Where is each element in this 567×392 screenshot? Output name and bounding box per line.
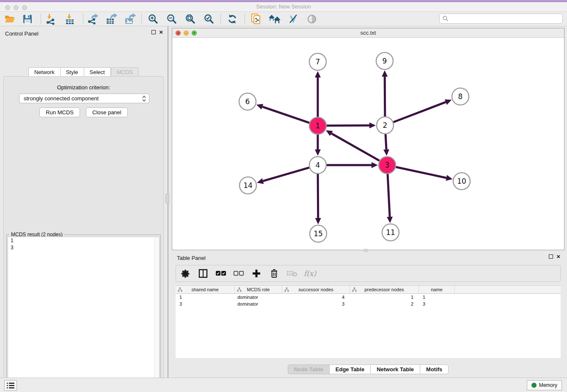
result-scrollbar[interactable] [154, 237, 159, 392]
maximize-window-icon[interactable] [22, 5, 27, 10]
table-row[interactable]: 1 dominator 4 1 1 [176, 294, 561, 301]
tab-mcds[interactable]: MCDS [111, 67, 139, 77]
graph-edge-4-14[interactable] [263, 168, 309, 181]
network-canvas[interactable]: 7968124314101511 [172, 38, 564, 250]
graph-edge-3-11[interactable] [388, 174, 390, 217]
cell-shared-name[interactable]: 3 [176, 301, 235, 306]
close-panel-button[interactable]: Close panel [86, 108, 128, 117]
cell-shared-name[interactable]: 1 [176, 295, 235, 300]
graph-node-label-10: 10 [457, 177, 466, 185]
search-field[interactable] [439, 14, 563, 24]
function-builder-icon[interactable]: f(x) [304, 269, 316, 278]
graph-edge-arrow-4-15 [315, 218, 321, 224]
run-mcds-button[interactable]: Run MCDS [39, 108, 80, 117]
zoom-fit-icon[interactable] [184, 13, 197, 25]
column-header-name[interactable]: name [419, 286, 455, 293]
graph-edge-3-1[interactable] [331, 133, 380, 160]
table-settings-gear-icon[interactable] [179, 268, 191, 279]
graph-edge-4-15[interactable] [318, 174, 318, 218]
cell-predecessor-nodes[interactable]: 1 [350, 295, 419, 300]
network-graph[interactable]: 7968124314101511 [172, 38, 564, 250]
criterion-select[interactable]: strongly connected component [19, 94, 149, 103]
tab-select[interactable]: Select [84, 67, 111, 77]
toolbar-separator [41, 14, 41, 24]
save-session-icon[interactable] [21, 13, 34, 25]
cell-name[interactable]: 3 [419, 301, 455, 306]
deselect-all-icon[interactable] [233, 268, 245, 279]
mcds-result-item[interactable]: 1 [8, 237, 159, 244]
vertical-splitter-handle[interactable] [165, 194, 169, 203]
control-panel: Control Panel × Network Style Select MCD… [0, 26, 167, 378]
cell-successor-nodes[interactable]: 4 [282, 295, 350, 300]
add-column-icon[interactable] [250, 268, 262, 279]
export-table-icon[interactable] [105, 13, 118, 25]
graph-edge-2-9[interactable] [385, 77, 385, 116]
memory-button[interactable]: Memory [527, 380, 562, 390]
float-table-panel-icon[interactable] [549, 254, 553, 259]
hide-graphics-icon[interactable] [287, 13, 300, 25]
column-header-mcds-role[interactable]: MCDS role [235, 286, 282, 293]
import-table-icon[interactable] [63, 13, 76, 25]
import-network-icon[interactable] [44, 13, 57, 25]
network-close-icon[interactable]: x [176, 30, 181, 36]
cell-name[interactable]: 1 [419, 295, 455, 300]
search-input[interactable] [449, 14, 562, 23]
home-icon[interactable] [268, 13, 281, 25]
column-selector-icon[interactable] [197, 268, 209, 279]
delete-table-icon[interactable] [286, 268, 298, 279]
graph-node-label-11: 11 [386, 228, 395, 237]
select-all-icon[interactable] [215, 268, 227, 279]
graph-edge-arrow-2-9 [382, 70, 388, 77]
close-panel-icon[interactable]: × [159, 30, 163, 34]
close-table-panel-icon[interactable]: × [556, 254, 560, 259]
network-maximize-icon[interactable]: + [192, 30, 197, 36]
tab-motifs[interactable]: Motifs [420, 364, 449, 374]
graph-edge-arrow-4-3 [372, 162, 378, 168]
open-session-icon[interactable] [3, 13, 16, 25]
zoom-in-icon[interactable] [147, 13, 160, 25]
graph-edge-3-10[interactable] [396, 167, 446, 178]
column-label: successor nodes [298, 287, 333, 292]
column-header-shared-name[interactable]: shared name [176, 286, 235, 293]
main-toolbar [0, 12, 567, 26]
tab-edge-table[interactable]: Edge Table [329, 364, 370, 374]
network-window-titlebar[interactable]: x - + scc.txt [172, 28, 564, 38]
zoom-out-icon[interactable] [165, 13, 178, 25]
tab-network[interactable]: Network [28, 67, 60, 77]
sort-icon [284, 287, 289, 292]
graph-edge-2-3[interactable] [385, 134, 386, 149]
export-network-icon[interactable] [86, 13, 99, 25]
tab-network-table[interactable]: Network Table [370, 364, 420, 374]
cell-mcds-role[interactable]: dominator [235, 301, 282, 306]
horizontal-splitter-handle[interactable] [364, 249, 368, 252]
export-image-icon[interactable] [124, 13, 136, 25]
graph-node-label-4: 4 [316, 161, 320, 169]
cell-predecessor-nodes[interactable]: 2 [350, 301, 419, 306]
task-history-button[interactable] [4, 380, 17, 391]
tab-style[interactable]: Style [60, 67, 84, 77]
column-header-successor-nodes[interactable]: successor nodes [282, 286, 350, 293]
mcds-result-box: MCDS result (2 nodes) 1 3 [6, 235, 161, 392]
graph-node-label-3: 3 [385, 161, 390, 169]
graph-edge-2-8[interactable] [394, 102, 446, 122]
eye-icon[interactable] [306, 13, 318, 25]
delete-column-icon[interactable] [268, 268, 280, 279]
network-minimize-icon[interactable]: - [184, 30, 189, 36]
select-stepper-icon [142, 95, 146, 102]
zoom-selected-icon[interactable] [203, 13, 215, 25]
close-window-icon[interactable] [5, 5, 10, 10]
cell-successor-nodes[interactable]: 3 [282, 301, 350, 306]
tab-node-table[interactable]: Node Table [288, 364, 329, 374]
cell-mcds-role[interactable]: dominator [235, 295, 282, 300]
minimize-window-icon[interactable] [14, 5, 19, 10]
mcds-result-item[interactable]: 3 [8, 244, 159, 251]
graph-edge-1-2[interactable] [327, 125, 369, 126]
float-panel-icon[interactable] [151, 30, 156, 34]
sort-icon [352, 287, 357, 292]
graph-edge-1-6[interactable] [262, 107, 309, 123]
graph-node-label-2: 2 [383, 121, 388, 130]
network-overview-icon[interactable] [250, 13, 262, 25]
table-row[interactable]: 3 dominator 3 2 3 [176, 301, 561, 307]
column-header-predecessor-nodes[interactable]: predecessor nodes [350, 286, 419, 293]
refresh-icon[interactable] [226, 13, 239, 25]
